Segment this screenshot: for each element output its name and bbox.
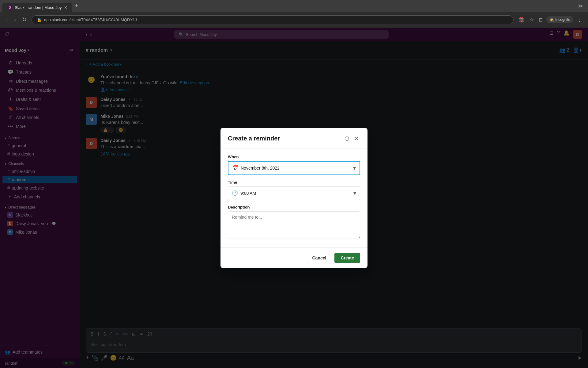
browser-tabs: S Slack | random | Mood Joy ✕ + ≫ — [0, 0, 588, 12]
date-select[interactable]: 📅 November 8th, 2022 ▾ — [228, 161, 360, 175]
back-button[interactable]: ‹ — [5, 15, 9, 24]
tab-favicon: S — [7, 5, 12, 10]
time-value: 9:00 AM — [240, 191, 256, 196]
forward-button[interactable]: › — [13, 15, 17, 24]
date-select-inner: 📅 November 8th, 2022 — [232, 165, 280, 171]
create-button[interactable]: Create — [334, 253, 360, 263]
modal-overlay: Create a reminder ⬡ ✕ When 📅 November 8t… — [0, 28, 588, 368]
active-tab[interactable]: S Slack | random | Mood Joy ✕ — [2, 3, 72, 12]
description-label: Description — [228, 205, 360, 209]
incognito-label: Incognito — [555, 17, 570, 22]
time-dropdown-arrow: ▾ — [353, 190, 356, 197]
tab-overflow[interactable]: ≫ — [575, 2, 586, 10]
time-select-inner: 🕐 9:00 AM — [232, 190, 256, 196]
modal-close-button[interactable]: ✕ — [353, 134, 360, 143]
modal-header-icons: ⬡ ✕ — [343, 134, 360, 143]
browser-toolbar-icons: 📵 ☆ ⊡ 🕵 Incognito ⋮ — [517, 16, 583, 24]
date-value: November 8th, 2022 — [241, 166, 280, 171]
new-tab-button[interactable]: + — [72, 2, 81, 10]
browser-toolbar: ‹ › ↻ 🔒 app.slack.com/client/T04A4T58F4H… — [0, 12, 588, 28]
when-label: When — [228, 155, 360, 159]
incognito-badge: 🕵 Incognito — [546, 16, 573, 23]
address-bar[interactable]: 🔒 app.slack.com/client/T04A4T58F4H/C049U… — [32, 15, 514, 24]
date-calendar-icon: 📅 — [232, 165, 238, 171]
modal-footer: Cancel Create — [221, 247, 368, 268]
url-text: app.slack.com/client/T04A4T58F4H/C049UMQ… — [44, 17, 137, 22]
browser-chrome: S Slack | random | Mood Joy ✕ + ≫ ‹ › ↻ … — [0, 0, 588, 28]
time-label: Time — [228, 180, 360, 185]
menu-icon[interactable]: ⋮ — [576, 16, 583, 24]
modal-body: When 📅 November 8th, 2022 ▾ Time 🕐 9:00 … — [221, 148, 368, 247]
time-select[interactable]: 🕐 9:00 AM ▾ — [228, 186, 360, 200]
incognito-icon: 🕵 — [549, 17, 554, 22]
create-reminder-modal: Create a reminder ⬡ ✕ When 📅 November 8t… — [221, 128, 368, 268]
bookmark-star-icon[interactable]: ☆ — [528, 16, 535, 24]
reload-button[interactable]: ↻ — [21, 15, 28, 24]
extension-icon[interactable]: ⊡ — [537, 16, 544, 24]
cast-icon[interactable]: 📵 — [517, 16, 526, 24]
tab-label: Slack | random | Mood Joy — [15, 5, 62, 10]
description-textarea[interactable] — [228, 211, 360, 239]
cancel-button[interactable]: Cancel — [307, 253, 331, 263]
modal-title: Create a reminder — [228, 135, 280, 142]
modal-external-link-button[interactable]: ⬡ — [343, 134, 351, 143]
clock-icon: 🕐 — [232, 190, 238, 196]
modal-header: Create a reminder ⬡ ✕ — [221, 128, 368, 148]
tab-close-button[interactable]: ✕ — [64, 5, 67, 10]
date-dropdown-arrow: ▾ — [353, 165, 356, 171]
